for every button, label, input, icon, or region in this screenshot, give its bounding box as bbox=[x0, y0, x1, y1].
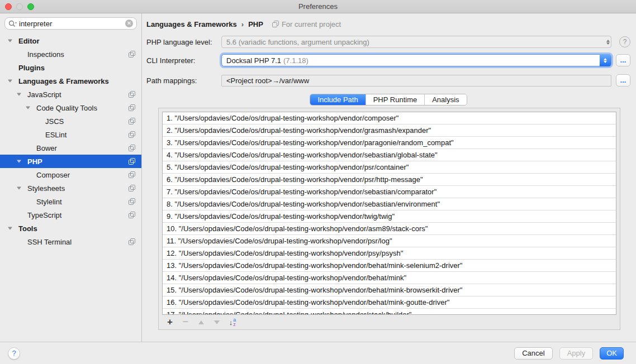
include-path-toolbar: + − ↓ a z bbox=[162, 315, 616, 329]
include-path-row[interactable]: 13. "/Users/opdavies/Code/os/drupal-test… bbox=[163, 260, 616, 272]
sidebar-item-plugins[interactable]: Plugins bbox=[0, 61, 141, 74]
dialog-footer: ? Cancel Apply OK bbox=[0, 342, 636, 364]
tabs-row: Include PathPHP RuntimeAnalysis bbox=[146, 94, 630, 106]
sidebar-item-stylelint[interactable]: Stylelint bbox=[0, 195, 141, 208]
title-bar: Preferences bbox=[0, 0, 636, 13]
minimize-window-button[interactable] bbox=[16, 3, 23, 10]
sidebar-item-label: Plugins bbox=[18, 64, 45, 72]
clear-search-icon[interactable]: ✕ bbox=[125, 20, 133, 27]
sidebar-item-composer[interactable]: Composer bbox=[0, 168, 141, 181]
window-title: Preferences bbox=[298, 2, 338, 11]
move-down-button[interactable] bbox=[212, 320, 222, 324]
sidebar-item-bower[interactable]: Bower bbox=[0, 141, 141, 155]
language-level-dropdown[interactable]: 5.6 (variadic functions, argument unpack… bbox=[221, 36, 611, 48]
include-path-row[interactable]: 9. "/Users/opdavies/Code/os/drupal-testi… bbox=[163, 210, 616, 223]
move-up-button[interactable] bbox=[196, 320, 206, 324]
sidebar-item-jscs[interactable]: JSCS bbox=[0, 114, 141, 128]
sidebar-item-label: Editor bbox=[18, 37, 40, 45]
sidebar-item-code-quality-tools[interactable]: Code Quality Tools bbox=[0, 101, 141, 114]
sidebar-item-ssh-terminal[interactable]: SSH Terminal bbox=[0, 235, 141, 248]
sidebar-item-stylesheets[interactable]: Stylesheets bbox=[0, 181, 141, 195]
settings-page-icon bbox=[129, 51, 135, 58]
sidebar-item-tools[interactable]: Tools bbox=[0, 222, 141, 235]
include-path-row[interactable]: 3. "/Users/opdavies/Code/os/drupal-testi… bbox=[163, 137, 616, 149]
zoom-window-button[interactable] bbox=[27, 3, 34, 10]
expand-arrow-icon[interactable] bbox=[8, 79, 18, 83]
cli-interpreter-browse-button[interactable]: ... bbox=[616, 54, 630, 66]
settings-page-icon bbox=[129, 158, 135, 165]
sidebar-item-label: Inspections bbox=[27, 50, 64, 59]
php-settings-page: Languages & Frameworks › PHP For current… bbox=[142, 13, 636, 342]
settings-page-icon bbox=[129, 171, 135, 178]
breadcrumb-separator: › bbox=[241, 20, 244, 28]
include-path-row[interactable]: 6. "/Users/opdavies/Code/os/drupal-testi… bbox=[163, 174, 616, 186]
tab-include-path[interactable]: Include Path bbox=[310, 94, 365, 105]
sidebar-item-php[interactable]: PHP bbox=[0, 155, 141, 168]
include-path-row[interactable]: 1. "/Users/opdavies/Code/os/drupal-testi… bbox=[163, 112, 616, 124]
cancel-button[interactable]: Cancel bbox=[514, 347, 552, 360]
path-mappings-field[interactable]: <Project root>→/var/www bbox=[221, 75, 611, 87]
sidebar-item-javascript[interactable]: JavaScript bbox=[0, 88, 141, 101]
include-path-row[interactable]: 14. "/Users/opdavies/Code/os/drupal-test… bbox=[163, 272, 616, 284]
tab-php-runtime[interactable]: PHP Runtime bbox=[366, 94, 425, 105]
sidebar-item-label: Bower bbox=[36, 144, 57, 152]
include-path-row[interactable]: 16. "/Users/opdavies/Code/os/drupal-test… bbox=[163, 296, 616, 309]
cli-interpreter-dropdown[interactable]: Docksal PHP 7.1 (7.1.18) bbox=[221, 54, 611, 66]
close-window-button[interactable] bbox=[5, 3, 12, 10]
apply-button[interactable]: Apply bbox=[559, 347, 594, 360]
include-path-row[interactable]: 4. "/Users/opdavies/Code/os/drupal-testi… bbox=[163, 149, 616, 161]
sidebar-item-label: JSCS bbox=[45, 117, 64, 126]
language-level-row: PHP language level: 5.6 (variadic functi… bbox=[146, 36, 630, 48]
settings-search-field[interactable]: ✕ bbox=[4, 17, 137, 30]
expand-arrow-icon[interactable] bbox=[17, 159, 27, 164]
sidebar-item-eslint[interactable]: ESLint bbox=[0, 128, 141, 141]
include-path-row[interactable]: 12. "/Users/opdavies/Code/os/drupal-test… bbox=[163, 247, 616, 260]
path-mappings-browse-button[interactable]: ... bbox=[616, 74, 630, 87]
add-path-button[interactable]: + bbox=[165, 317, 175, 327]
sidebar-item-inspections[interactable]: Inspections bbox=[0, 47, 141, 61]
settings-page-icon bbox=[129, 145, 135, 151]
ok-button[interactable]: OK bbox=[600, 347, 624, 360]
include-path-row[interactable]: 7. "/Users/opdavies/Code/os/drupal-testi… bbox=[163, 186, 616, 198]
sidebar-item-label: Tools bbox=[18, 224, 37, 233]
include-path-row[interactable]: 15. "/Users/opdavies/Code/os/drupal-test… bbox=[163, 284, 616, 296]
settings-page-icon bbox=[129, 91, 135, 98]
include-path-row[interactable]: 17. "/Users/opdavies/Code/os/drupal-test… bbox=[163, 309, 616, 315]
sidebar-item-typescript[interactable]: TypeScript bbox=[0, 208, 141, 222]
include-path-row[interactable]: 2. "/Users/opdavies/Code/os/drupal-testi… bbox=[163, 124, 616, 137]
include-path-row[interactable]: 11. "/Users/opdavies/Code/os/drupal-test… bbox=[163, 235, 616, 247]
add-icon: + bbox=[167, 317, 173, 327]
expand-arrow-icon[interactable] bbox=[26, 106, 36, 110]
sidebar-item-label: JavaScript bbox=[27, 90, 61, 99]
context-help-icon[interactable]: ? bbox=[619, 36, 630, 47]
expand-arrow-icon[interactable] bbox=[17, 186, 27, 190]
cli-interpreter-value: Docksal PHP 7.1 bbox=[226, 56, 281, 65]
php-settings-tabs: Include PathPHP RuntimeAnalysis bbox=[310, 94, 467, 106]
path-mappings-value: <Project root>→/var/www bbox=[226, 76, 309, 85]
help-button[interactable]: ? bbox=[8, 347, 20, 360]
remove-icon: − bbox=[183, 317, 188, 327]
breadcrumb-parent[interactable]: Languages & Frameworks bbox=[146, 20, 237, 28]
sidebar-item-editor[interactable]: Editor bbox=[0, 34, 141, 47]
sidebar-item-label: PHP bbox=[27, 157, 42, 166]
remove-path-button[interactable]: − bbox=[181, 317, 191, 327]
include-path-row[interactable]: 10. "/Users/opdavies/Code/os/drupal-test… bbox=[163, 223, 616, 235]
tab-analysis[interactable]: Analysis bbox=[424, 94, 466, 105]
sidebar-item-languages-frameworks[interactable]: Languages & Frameworks bbox=[0, 74, 141, 88]
sidebar-item-label: TypeScript bbox=[27, 211, 61, 219]
language-level-value: 5.6 (variadic functions, argument unpack… bbox=[226, 38, 369, 46]
expand-arrow-icon[interactable] bbox=[17, 92, 27, 97]
expand-arrow-icon[interactable] bbox=[8, 39, 18, 43]
move-down-icon bbox=[214, 320, 220, 324]
include-path-list[interactable]: 1. "/Users/opdavies/Code/os/drupal-testi… bbox=[162, 112, 616, 315]
include-path-row[interactable]: 8. "/Users/opdavies/Code/os/drupal-testi… bbox=[163, 198, 616, 210]
sidebar-item-label: Languages & Frameworks bbox=[18, 77, 109, 85]
search-input[interactable] bbox=[19, 20, 125, 28]
breadcrumb: Languages & Frameworks › PHP For current… bbox=[146, 18, 630, 30]
breadcrumb-current: PHP bbox=[248, 20, 263, 28]
expand-arrow-icon[interactable] bbox=[8, 226, 18, 231]
sidebar-tree: Editor Inspections Plugins Languages & F… bbox=[0, 34, 141, 248]
language-level-label: PHP language level: bbox=[146, 38, 221, 46]
include-path-row[interactable]: 5. "/Users/opdavies/Code/os/drupal-testi… bbox=[163, 161, 616, 174]
sort-alphabetically-button[interactable]: ↓ a z bbox=[227, 318, 238, 327]
